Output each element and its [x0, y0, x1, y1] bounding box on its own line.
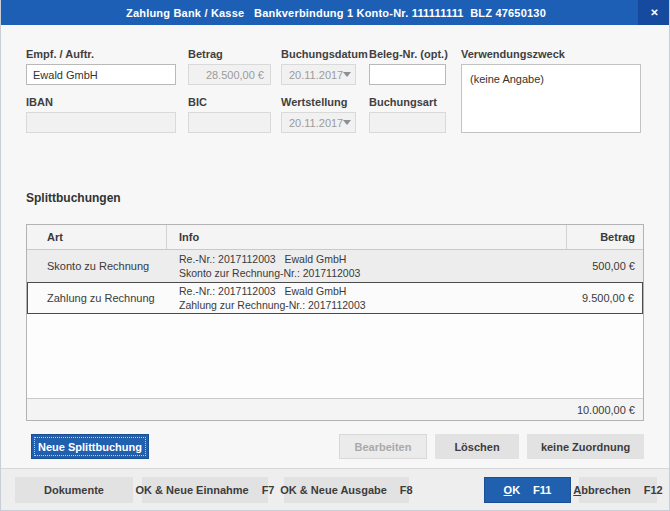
shortcut-f11: F11 [533, 484, 551, 496]
row-info: Re.-Nr.: 2017112003 Ewald GmbH Skonto zu… [167, 250, 567, 282]
close-button[interactable]: ✕ [638, 0, 670, 25]
abbrechen-button[interactable]: Abbrechen F12 [579, 477, 657, 503]
title-bar: Zahlung Bank / Kasse Bankverbindung 1 Ko… [1, 0, 670, 25]
row-info-line2: Zahlung zur Rechnung-Nr.: 2017112003 [179, 298, 366, 312]
dialog-title: Zahlung Bank / Kasse Bankverbindung 1 Ko… [126, 7, 546, 19]
ok-button[interactable]: OK F11 [484, 477, 571, 503]
wertstellung-select: 20.11.2017 [281, 112, 356, 133]
shortcut-f7: F7 [262, 484, 275, 496]
chevron-down-icon [343, 72, 351, 77]
buchungsdatum-label: Buchungsdatum [281, 48, 368, 60]
buchungsdatum-value: 20.11.2017 [289, 69, 343, 81]
verwendungszweck-label: Verwendungszweck [461, 48, 565, 60]
button-label: OK & Neue Einnahme [136, 484, 249, 496]
dokumente-button[interactable]: Dokumente [15, 477, 133, 503]
iban-label: IBAN [26, 96, 53, 108]
verwendungszweck-textarea[interactable]: (keine Angabe) [461, 64, 641, 133]
empfaenger-input[interactable] [26, 64, 176, 85]
table-sum-row: 10.000,00 € [27, 398, 643, 420]
table-empty-area [27, 314, 643, 398]
zahlung-bank-kasse-dialog: Zahlung Bank / Kasse Bankverbindung 1 Ko… [0, 0, 670, 511]
buchungsart-label: Buchungsart [369, 96, 437, 108]
button-label: Abbrechen [573, 484, 630, 496]
wertstellung-label: Wertstellung [281, 96, 347, 108]
row-info-line1: Re.-Nr.: 2017112003 Ewald GmbH [179, 252, 346, 266]
row-info-line2: Skonto zur Rechnung-Nr.: 2017112003 [179, 266, 360, 280]
shortcut-f8: F8 [400, 484, 413, 496]
ok-neue-ausgabe-button[interactable]: OK & Neue Ausgabe F8 [284, 477, 409, 503]
table-row-zahlung[interactable]: Zahlung zu Rechnung Re.-Nr.: 2017112003 … [27, 282, 643, 314]
bic-label: BIC [188, 96, 207, 108]
betrag-label: Betrag [188, 48, 223, 60]
column-header-art: Art [27, 225, 167, 249]
bic-input [188, 112, 271, 133]
column-header-info: Info [167, 225, 567, 249]
empfaenger-label: Empf. / Auftr. [26, 48, 94, 60]
beleg-nr-input[interactable] [369, 64, 446, 85]
buchungsart-input [369, 112, 446, 133]
loeschen-button[interactable]: Löschen [435, 434, 519, 459]
row-betrag: 9.500,00 € [567, 283, 642, 313]
row-art: Zahlung zu Rechnung [28, 283, 167, 313]
row-info: Re.-Nr.: 2017112003 Ewald GmbH Zahlung z… [167, 283, 567, 313]
splittbuchungen-table: Art Info Betrag Skonto zu Rechnung Re.-N… [26, 224, 644, 421]
row-art: Skonto zu Rechnung [27, 250, 167, 282]
row-info-line1: Re.-Nr.: 2017112003 Ewald GmbH [179, 284, 346, 298]
beleg-nr-label: Beleg-Nr. (opt.) [369, 48, 448, 60]
keine-zuordnung-button[interactable]: keine Zuordnung [527, 434, 644, 459]
shortcut-f12: F12 [644, 484, 663, 496]
row-betrag: 500,00 € [567, 250, 643, 282]
bearbeiten-button: Bearbeiten [339, 434, 427, 459]
button-label: OK [504, 484, 521, 496]
close-icon: ✕ [650, 8, 658, 18]
button-label: OK & Neue Ausgabe [280, 484, 387, 496]
wertstellung-value: 20.11.2017 [289, 117, 343, 129]
betrag-input [188, 64, 271, 85]
ok-neue-einnahme-button[interactable]: OK & Neue Einnahme F7 [142, 477, 268, 503]
iban-input [26, 112, 176, 133]
buchungsdatum-select: 20.11.2017 [281, 64, 356, 85]
table-row-skonto[interactable]: Skonto zu Rechnung Re.-Nr.: 2017112003 E… [27, 250, 643, 282]
neue-splittbuchung-button[interactable]: Neue Splittbuchung [31, 434, 149, 459]
sum-value: 10.000,00 € [577, 404, 635, 416]
column-header-betrag: Betrag [567, 225, 643, 249]
splittbuchungen-heading: Splittbuchungen [26, 191, 121, 205]
chevron-down-icon [343, 120, 351, 125]
table-header: Art Info Betrag [27, 225, 643, 250]
